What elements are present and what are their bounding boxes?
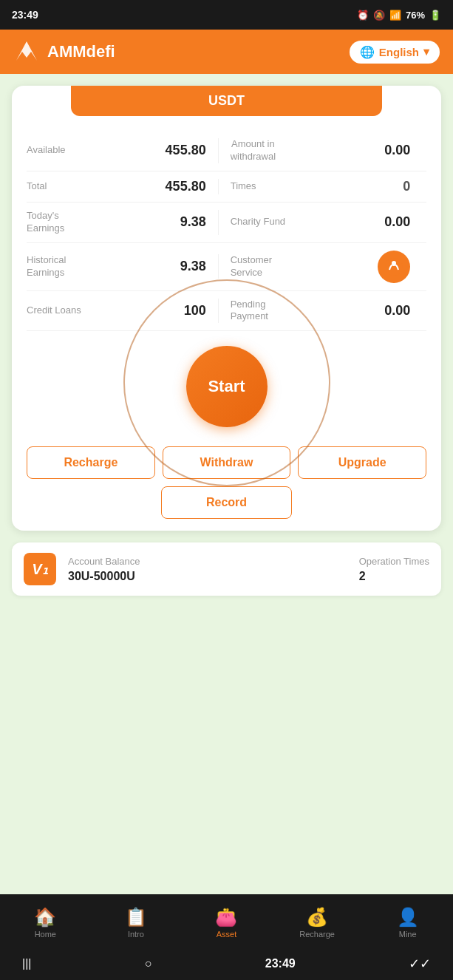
historical-label: HistoricalEarnings [27,254,66,279]
available-value: 455.80 [166,143,206,158]
nav-asset-label: Asset [217,930,237,939]
recent-gesture[interactable]: ✓✓ [409,956,431,972]
total-label: Total [27,180,47,193]
stat-row-2: Total 455.80 Times 0 [27,171,426,203]
start-button[interactable]: Start [186,346,268,427]
account-balance-label: Account Balance [68,556,140,567]
record-button[interactable]: Record [161,486,292,519]
recharge-button[interactable]: Recharge [27,446,155,479]
stat-row-3: Today'sEarnings 9.38 Charity Fund 0.00 [27,203,426,243]
stat-row-5: Credit Loans 100 PendingPayment 0.00 [27,291,426,332]
nav-item-home[interactable]: 🏠 Home [0,907,91,939]
stat-customer-service[interactable]: CustomerService [219,251,411,283]
nav-intro-label: Intro [128,930,144,939]
stat-row-4: HistoricalEarnings 9.38 CustomerService [27,243,426,291]
card-logo-text: V₁ [32,560,47,578]
todays-earnings-label: Today'sEarnings [27,210,64,235]
action-buttons: Recharge Withdraw Upgrade [27,446,426,479]
pending-payment-label: PendingPayment [231,299,268,324]
account-balance-value: 30U-50000U [68,570,140,583]
language-button[interactable]: 🌐 English ▾ [350,41,440,64]
info-card-logo: V₁ [24,553,56,585]
sys-time: 23:49 [265,957,296,970]
withdrawal-label: Amount inwithdrawal [231,138,276,163]
record-row: Record [27,486,426,519]
stat-times: Times 0 [219,179,411,194]
charity-value: 0.00 [384,214,410,230]
upgrade-button[interactable]: Upgrade [298,446,426,479]
withdraw-button[interactable]: Withdraw [163,446,291,479]
mine-icon: 👤 [397,907,419,928]
stat-charity: Charity Fund 0.00 [219,210,411,235]
info-card-0: V₁ Account Balance 30U-50000U Operation … [12,542,441,596]
app-logo-icon [13,38,40,65]
recharge-nav-icon: 💰 [306,907,328,928]
operation-times-col: Operation Times 2 [359,556,429,583]
nav-mine-label: Mine [399,930,417,939]
bottom-nav: 🏠 Home 📋 Intro 👛 Asset 💰 Recharge 👤 Mine [0,894,453,947]
home-gesture[interactable]: ○ [145,957,152,970]
todays-earnings-value: 9.38 [180,214,206,230]
back-gesture[interactable]: ||| [22,957,31,970]
info-cards: V₁ Account Balance 30U-50000U Operation … [12,542,441,596]
stat-total: Total 455.80 [27,179,219,194]
home-icon: 🏠 [34,907,56,928]
app-name: AMMdefi [47,42,115,61]
asset-icon: 👛 [215,907,237,928]
credit-loans-value: 100 [184,303,206,319]
usdt-tab: USDT [71,86,382,116]
globe-icon: 🌐 [360,45,375,59]
customer-service-icon[interactable] [378,251,410,283]
svg-point-1 [385,258,403,276]
stat-todays-earnings: Today'sEarnings 9.38 [27,210,219,235]
header-left: AMMdefi [13,38,115,65]
wifi-icon: 📶 [389,10,401,21]
stat-available: Available 455.80 [27,138,219,163]
credit-loans-label: Credit Loans [27,304,81,317]
available-label: Available [27,144,66,157]
total-value: 455.80 [166,179,206,194]
operation-times-label: Operation Times [359,556,429,567]
status-bar: 23:49 ⏰ 🔕 📶 76% 🔋 [0,0,453,30]
nav-home-label: Home [35,930,56,939]
nav-item-asset[interactable]: 👛 Asset [181,907,272,939]
historical-value: 9.38 [180,259,206,274]
stat-historical: HistoricalEarnings 9.38 [27,254,219,279]
nav-item-recharge[interactable]: 💰 Recharge [272,907,363,939]
alarm-icon: ⏰ [357,10,369,21]
nav-item-intro[interactable]: 📋 Intro [91,907,182,939]
chevron-down-icon: ▾ [423,45,429,58]
usdt-card: USDT Available 455.80 Amount inwithdrawa… [12,86,441,531]
times-value: 0 [403,179,410,194]
svg-point-2 [392,261,396,265]
charity-label: Charity Fund [231,216,285,228]
pending-payment-value: 0.00 [384,303,410,319]
stat-withdrawal: Amount inwithdrawal 0.00 [219,138,411,163]
nav-recharge-label: Recharge [299,930,335,939]
stat-row-1: Available 455.80 Amount inwithdrawal 0.0… [27,131,426,171]
battery-label: 76% [406,10,425,21]
account-balance-col: Account Balance 30U-50000U [68,556,140,583]
withdrawal-value: 0.00 [384,143,410,158]
language-label: English [379,46,419,58]
main-content: USDT Available 455.80 Amount inwithdrawa… [0,74,453,696]
customer-service-label: CustomerService [231,254,272,279]
card-body: Available 455.80 Amount inwithdrawal 0.0… [12,116,441,531]
stat-credit-loans: Credit Loans 100 [27,299,219,324]
start-label: Start [208,377,245,395]
status-time: 23:49 [12,9,38,21]
status-icons: ⏰ 🔕 📶 76% 🔋 [357,10,441,21]
battery-icon: 🔋 [429,10,441,21]
svg-marker-0 [16,41,37,61]
nav-item-mine[interactable]: 👤 Mine [362,907,453,939]
stat-pending-payment: PendingPayment 0.00 [219,299,411,324]
mute-icon: 🔕 [373,10,385,21]
times-label: Times [231,180,256,193]
intro-icon: 📋 [125,907,147,928]
app-header: AMMdefi 🌐 English ▾ [0,30,453,74]
operation-times-value: 2 [359,570,429,583]
info-card-details: Account Balance 30U-50000U Operation Tim… [68,556,429,583]
system-bar: ||| ○ 23:49 ✓✓ [0,947,453,980]
start-section: Start [27,331,426,435]
